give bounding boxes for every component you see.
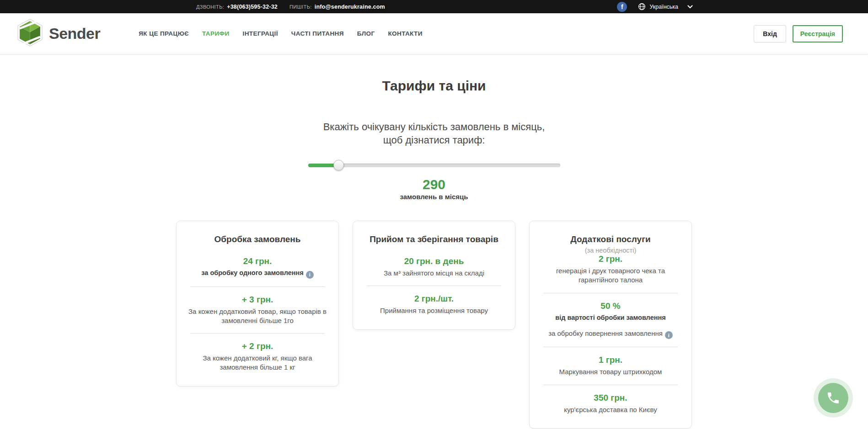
price-value: 2 грн./шт. bbox=[360, 294, 508, 304]
price-item: + 2 грн. За кожен додатковий кг, якщо ва… bbox=[184, 341, 331, 372]
price-description-text: за обробку повернення замовлення bbox=[548, 329, 663, 337]
orders-count-label: замовлень в місяць bbox=[0, 193, 868, 201]
price-value: 2 грн. bbox=[537, 254, 684, 264]
divider bbox=[367, 286, 501, 286]
divider bbox=[190, 286, 325, 287]
divider bbox=[190, 333, 325, 334]
divider bbox=[543, 385, 678, 385]
topbar: ДЗВОНІТЬ: +38(063)595-32-32 ПИШІТЬ: info… bbox=[0, 0, 868, 13]
card-title: Додаткові послуги bbox=[537, 234, 684, 244]
contact-group: ДЗВОНІТЬ: +38(063)595-32-32 ПИШІТЬ: info… bbox=[196, 4, 385, 10]
pricing-section: Тарифи та ціни Вкажіть очікувану кількіс… bbox=[0, 78, 868, 429]
sender-logo-icon bbox=[17, 19, 43, 48]
divider bbox=[543, 347, 678, 347]
price-description: генерація і друк товарного чека та гаран… bbox=[537, 266, 684, 285]
phone-icon bbox=[826, 391, 841, 405]
nav-item-integrations[interactable]: ІНТЕГРАЦІЇ bbox=[243, 30, 278, 37]
orders-slider[interactable] bbox=[308, 164, 560, 167]
price-value: 350 грн. bbox=[537, 393, 684, 403]
price-item: 1 грн. Маркування товару штрихкодом bbox=[537, 355, 684, 376]
price-item: 50 % від вартості обробки замовлення за … bbox=[537, 301, 684, 339]
nav-item-contacts[interactable]: КОНТАКТИ bbox=[388, 30, 422, 37]
chevron-down-icon[interactable] bbox=[687, 5, 693, 9]
card-title: Обробка замовлень bbox=[184, 234, 331, 244]
price-description: За кожен додатковий кг, якщо вага замовл… bbox=[184, 354, 331, 372]
slider-prompt-line2: щоб дізнатися тариф: bbox=[0, 133, 868, 147]
price-value: 1 грн. bbox=[537, 355, 684, 365]
price-item: 24 грн. за обробку одного замовленняi bbox=[184, 256, 331, 279]
login-button[interactable]: Вхід bbox=[754, 25, 786, 42]
price-value: 20 грн. в день bbox=[360, 256, 508, 266]
price-value: + 2 грн. bbox=[184, 341, 331, 351]
phone-contact: ДЗВОНІТЬ: +38(063)595-32-32 bbox=[196, 4, 278, 10]
pricing-cards: Обробка замовлень 24 грн. за обробку одн… bbox=[0, 221, 868, 429]
price-value: + 3 грн. bbox=[184, 295, 331, 305]
price-item: 350 грн. кур'єрська доставка по Києву bbox=[537, 393, 684, 414]
header: Sender ЯК ЦЕ ПРАЦЮЄ ТАРИФИ ІНТЕГРАЦІЇ ЧА… bbox=[0, 13, 868, 54]
language-selector[interactable]: Українська bbox=[649, 4, 678, 10]
price-description: Приймання та розміщення товару bbox=[360, 306, 508, 315]
price-label-text: за обробку одного замовлення bbox=[201, 269, 303, 276]
price-item: 2 грн. генерація і друк товарного чека т… bbox=[537, 254, 684, 285]
price-item: + 3 грн. За кожен додатковий товар, якщо… bbox=[184, 295, 331, 326]
price-description: Маркування товару штрихкодом bbox=[537, 367, 684, 376]
divider bbox=[543, 293, 678, 293]
facebook-icon[interactable]: f bbox=[617, 2, 627, 12]
orders-count: 290 bbox=[0, 177, 868, 192]
price-label: від вартості обробки замовлення bbox=[537, 314, 684, 321]
nav-item-tariffs[interactable]: ТАРИФИ bbox=[202, 30, 229, 37]
card-subtitle: (за необхідності) bbox=[537, 247, 684, 254]
nav-item-blog[interactable]: БЛОГ bbox=[357, 30, 375, 37]
card-title: Прийом та зберігання товарів bbox=[360, 234, 508, 244]
price-description: За м³ зайнятого місця на складі bbox=[360, 269, 508, 278]
phone-number[interactable]: +38(063)595-32-32 bbox=[227, 4, 278, 10]
price-label: за обробку одного замовленняi bbox=[184, 269, 331, 279]
register-button[interactable]: Реєстрація bbox=[793, 25, 843, 42]
price-item: 2 грн./шт. Приймання та розміщення товар… bbox=[360, 294, 508, 315]
nav-item-faq[interactable]: ЧАСТІ ПИТАННЯ bbox=[291, 30, 344, 37]
write-label: ПИШІТЬ: bbox=[289, 4, 312, 10]
brand-name: Sender bbox=[49, 25, 100, 42]
call-fab[interactable] bbox=[814, 378, 853, 418]
email-address[interactable]: info@senderukraine.com bbox=[315, 4, 385, 10]
globe-icon bbox=[638, 3, 646, 11]
page-title: Тарифи та ціни bbox=[0, 78, 868, 94]
slider-prompt-line1: Вкажіть очікувану кількість замовлень в … bbox=[0, 120, 868, 133]
card-additional-services: Додаткові послуги (за необхідності) 2 гр… bbox=[529, 221, 692, 429]
main-nav: ЯК ЦЕ ПРАЦЮЄ ТАРИФИ ІНТЕГРАЦІЇ ЧАСТІ ПИТ… bbox=[139, 30, 423, 37]
card-order-processing: Обробка замовлень 24 грн. за обробку одн… bbox=[176, 221, 339, 387]
card-receiving-storage: Прийом та зберігання товарів 20 грн. в д… bbox=[353, 221, 515, 330]
price-item: 20 грн. в день За м³ зайнятого місця на … bbox=[360, 256, 508, 278]
price-description: за обробку повернення замовленняi bbox=[537, 329, 684, 339]
call-label: ДЗВОНІТЬ: bbox=[196, 4, 224, 10]
slider-prompt: Вкажіть очікувану кількість замовлень в … bbox=[0, 120, 868, 147]
info-icon[interactable]: i bbox=[665, 331, 673, 339]
nav-item-how-it-works[interactable]: ЯК ЦЕ ПРАЦЮЄ bbox=[139, 30, 189, 37]
info-icon[interactable]: i bbox=[306, 271, 314, 279]
brand-logo[interactable]: Sender bbox=[17, 19, 100, 48]
price-description: За кожен додатковий товар, якщо товарів … bbox=[184, 307, 331, 326]
call-fab-inner bbox=[818, 383, 848, 413]
price-description: кур'єрська доставка по Києву bbox=[537, 405, 684, 414]
price-value: 24 грн. bbox=[184, 256, 331, 266]
slider-thumb[interactable] bbox=[333, 160, 344, 170]
price-value: 50 % bbox=[537, 301, 684, 311]
email-contact: ПИШІТЬ: info@senderukraine.com bbox=[289, 4, 385, 10]
